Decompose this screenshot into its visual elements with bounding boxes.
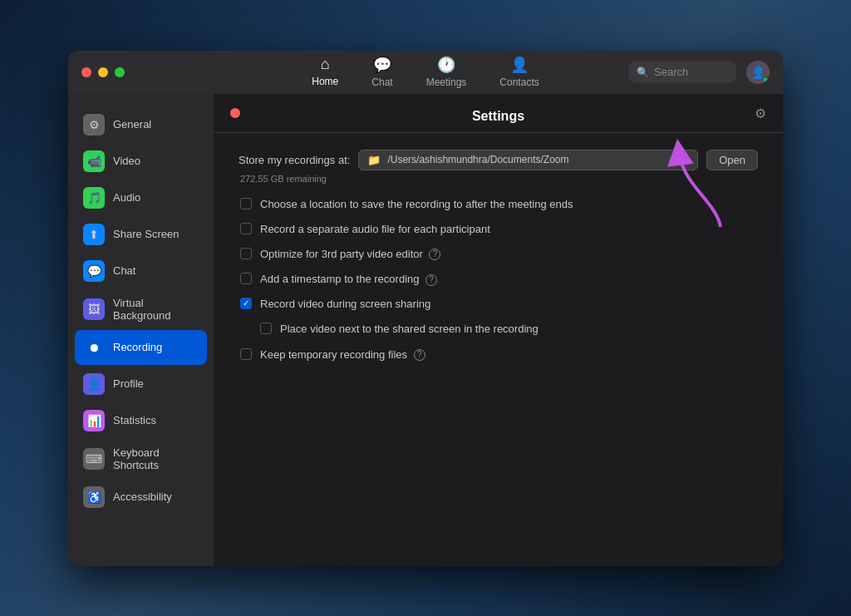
desktop-background: ⌂ Home 💬 Chat 🕐 Meetings 👤 Contacts — [0, 0, 851, 616]
storage-remaining: 272.55 GB remaining — [240, 174, 758, 184]
option-separate-audio: Record a separate audio file for each pa… — [239, 222, 758, 237]
option-label-separate-audio: Record a separate audio file for each pa… — [260, 222, 490, 237]
search-box[interactable]: 🔍 Search — [628, 62, 736, 82]
option-keep-temp: Keep temporary recording files ? — [239, 347, 758, 362]
option-label-timestamp: Add a timestamp to the recording ? — [260, 272, 437, 287]
checkbox-timestamp[interactable] — [240, 273, 252, 284]
chevron-down-icon: ▾ — [684, 155, 689, 165]
sidebar-label-profile: Profile — [113, 377, 144, 390]
general-icon: ⚙ — [83, 114, 105, 136]
settings-gear-icon[interactable]: ⚙ — [755, 106, 766, 121]
settings-title: Settings — [472, 109, 524, 123]
share-screen-icon: ⬆ — [83, 224, 105, 245]
accessibility-icon: ♿ — [83, 486, 105, 508]
sidebar-item-recording[interactable]: ⏺ Recording — [75, 330, 207, 365]
tab-home-label: Home — [312, 76, 338, 87]
option-record-video-sharing: Record video during screen sharing — [239, 297, 758, 312]
sidebar-label-chat: Chat — [113, 264, 135, 277]
sidebar-label-general: General — [113, 118, 151, 131]
checkbox-record-video-sharing[interactable] — [240, 298, 252, 309]
sidebar-label-audio: Audio — [113, 191, 140, 204]
option-label-optimize-editor: Optimize for 3rd party video editor ? — [260, 247, 440, 262]
sidebar-item-chat[interactable]: 💬 Chat — [75, 254, 207, 288]
chat-icon: 💬 — [373, 56, 391, 74]
option-label-choose-location: Choose a location to save the recording … — [260, 197, 573, 212]
tab-chat[interactable]: 💬 Chat — [355, 51, 409, 93]
checkbox-choose-location[interactable] — [240, 198, 252, 209]
tab-meetings-label: Meetings — [426, 76, 467, 88]
storage-row: Store my recordings at: 📁 /Users/ashishm… — [239, 150, 758, 170]
titlebar-right: 🔍 Search 👤 — [628, 61, 770, 84]
search-placeholder: Search — [654, 66, 688, 78]
checkbox-separate-audio[interactable] — [240, 223, 252, 234]
nav-tabs: ⌂ Home 💬 Chat 🕐 Meetings 👤 Contacts — [295, 51, 555, 93]
option-optimize-editor: Optimize for 3rd party video editor ? — [239, 247, 758, 262]
sidebar-label-share-screen: Share Screen — [113, 228, 180, 240]
chat-sidebar-icon: 💬 — [83, 260, 105, 282]
sidebar-label-video: Video — [113, 155, 140, 167]
maximize-button[interactable] — [115, 67, 125, 77]
recording-icon: ⏺ — [83, 337, 105, 358]
video-icon: 📹 — [83, 150, 105, 172]
sidebar-item-share-screen[interactable]: ⬆ Share Screen — [75, 217, 207, 252]
sidebar-item-audio[interactable]: 🎵 Audio — [75, 180, 207, 215]
option-label-keep-temp: Keep temporary recording files ? — [260, 347, 426, 362]
storage-path-dropdown[interactable]: 📁 /Users/ashishmundhra/Documents/Zoom ▾ — [358, 150, 698, 170]
sidebar-label-recording: Recording — [113, 341, 162, 353]
folder-icon: 📁 — [367, 154, 381, 166]
titlebar: ⌂ Home 💬 Chat 🕐 Meetings 👤 Contacts — [68, 51, 783, 94]
option-place-video: Place video next to the shared screen in… — [239, 322, 758, 337]
tab-contacts-label: Contacts — [499, 76, 539, 88]
online-status-dot — [762, 76, 769, 83]
checkbox-keep-temp[interactable] — [240, 348, 252, 360]
settings-close-dot[interactable] — [230, 108, 240, 118]
tab-contacts[interactable]: 👤 Contacts — [483, 51, 555, 93]
checkbox-place-video[interactable] — [260, 323, 272, 334]
option-label-place-video: Place video next to the shared screen in… — [280, 322, 539, 337]
sidebar-label-virtual-background: Virtual Background — [113, 297, 199, 322]
storage-path-text: /Users/ashishmundhra/Documents/Zoom — [387, 154, 677, 165]
sidebar: ⚙ General 📹 Video 🎵 Audio ⬆ Share Screen… — [68, 94, 214, 566]
tab-meetings[interactable]: 🕐 Meetings — [410, 51, 484, 93]
sidebar-item-keyboard-shortcuts[interactable]: ⌨ Keyboard Shortcuts — [75, 440, 207, 478]
home-icon: ⌂ — [321, 56, 330, 73]
help-icon-optimize[interactable]: ? — [429, 249, 440, 260]
search-icon: 🔍 — [637, 67, 649, 78]
settings-body: Store my recordings at: 📁 /Users/ashishm… — [214, 133, 783, 389]
main-content: ⚙ General 📹 Video 🎵 Audio ⬆ Share Screen… — [68, 94, 783, 566]
option-choose-location: Choose a location to save the recording … — [239, 197, 758, 212]
app-window: ⌂ Home 💬 Chat 🕐 Meetings 👤 Contacts — [68, 51, 783, 566]
virtual-background-icon: 🖼 — [83, 298, 105, 320]
minimize-button[interactable] — [98, 67, 108, 77]
audio-icon: 🎵 — [83, 187, 105, 209]
sidebar-item-accessibility[interactable]: ♿ Accessibility — [75, 480, 207, 515]
tab-home[interactable]: ⌂ Home — [295, 51, 355, 93]
avatar[interactable]: 👤 — [746, 61, 770, 84]
settings-header: Settings — [214, 94, 783, 133]
traffic-lights — [81, 67, 125, 77]
meetings-icon: 🕐 — [437, 56, 455, 74]
option-timestamp: Add a timestamp to the recording ? — [239, 272, 758, 287]
keyboard-shortcuts-icon: ⌨ — [83, 448, 105, 470]
sidebar-label-accessibility: Accessibility — [113, 490, 172, 503]
storage-label: Store my recordings at: — [239, 154, 350, 166]
statistics-icon: 📊 — [83, 410, 105, 431]
help-icon-timestamp[interactable]: ? — [426, 274, 437, 286]
settings-panel: Settings ⚙ Store my recordings at: 📁 /Us… — [214, 94, 783, 566]
sidebar-item-general[interactable]: ⚙ General — [75, 107, 207, 142]
profile-icon: 👤 — [83, 373, 105, 395]
open-button[interactable]: Open — [706, 150, 758, 170]
checkbox-optimize-editor[interactable] — [240, 248, 252, 259]
option-label-record-video-sharing: Record video during screen sharing — [260, 297, 430, 312]
sidebar-label-keyboard-shortcuts: Keyboard Shortcuts — [113, 446, 199, 471]
sidebar-item-virtual-background[interactable]: 🖼 Virtual Background — [75, 290, 207, 328]
sidebar-item-profile[interactable]: 👤 Profile — [75, 367, 207, 402]
help-icon-keep-temp[interactable]: ? — [414, 349, 426, 361]
sidebar-item-video[interactable]: 📹 Video — [75, 144, 207, 179]
sidebar-item-statistics[interactable]: 📊 Statistics — [75, 403, 207, 438]
close-button[interactable] — [81, 67, 91, 77]
tab-chat-label: Chat — [371, 76, 392, 88]
contacts-icon: 👤 — [510, 56, 529, 74]
sidebar-label-statistics: Statistics — [113, 414, 156, 426]
